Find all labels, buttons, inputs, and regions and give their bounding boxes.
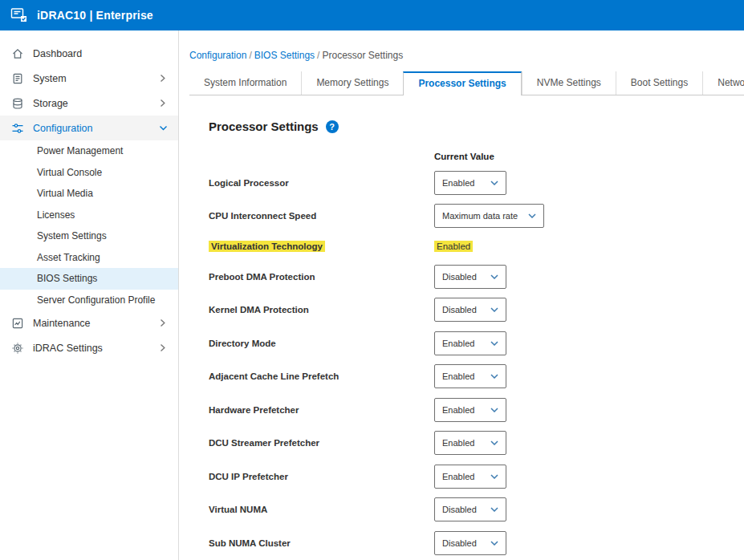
top-bar: iDRAC10 | Enterprise [0,0,744,30]
setting-row-adjacent-cache-line-prefetch: Adjacent Cache Line PrefetchEnabled [209,360,744,394]
setting-label: CPU Interconnect Speed [209,211,434,221]
sidebar-item-label: Licenses [37,209,75,221]
chevron-down-icon [490,507,498,512]
sidebar-item-label: Power Management [37,145,123,156]
tab-system-information[interactable]: System Information [189,71,301,95]
processor-settings-panel: Processor Settings ? Current Value Logic… [189,95,744,560]
sidebar-item-dashboard[interactable]: Dashboard [0,41,178,66]
chevron-right-icon [159,343,169,353]
sidebar-item-label: Server Configuration Profile [37,294,155,306]
chevron-right-icon [159,319,169,328]
chevron-down-icon [490,374,498,379]
sidebar-item-label: Asset Tracking [37,252,100,263]
cpu-interconnect-speed-select[interactable]: Maximum data rate [434,204,544,228]
home-icon [11,47,24,60]
setting-row-dcu-ip-prefetcher: DCU IP PrefetcherEnabled [209,460,744,493]
tab-nvme-settings[interactable]: NVMe Settings [522,71,616,95]
dcu-ip-prefetcher-select[interactable]: Enabled [434,465,506,489]
chevron-right-icon [159,99,169,108]
setting-value: Enabled [434,241,473,252]
sidebar-item-configuration[interactable]: Configuration [0,116,178,140]
breadcrumb-processor-settings: Processor Settings [322,50,403,61]
help-icon[interactable]: ? [326,120,339,133]
configuration-icon [11,122,24,135]
sidebar-item-label: Storage [33,98,150,109]
sidebar-item-server-configuration-profile[interactable]: Server Configuration Profile [0,290,178,311]
sidebar-item-maintenance[interactable]: Maintenance [0,310,178,335]
tab-memory-settings[interactable]: Memory Settings [301,71,403,95]
setting-label: Virtual NUMA [209,505,434,514]
sub-numa-cluster-select[interactable]: Disabled [434,531,506,555]
chevron-down-icon [490,440,498,445]
select-value: Disabled [442,305,477,314]
sidebar-item-bios-settings[interactable]: BIOS Settings [0,268,178,290]
setting-row-sub-numa-cluster: Sub NUMA ClusterDisabled [209,526,744,560]
setting-label: Sub NUMA Cluster [209,538,434,548]
chevron-down-icon [490,541,498,546]
sidebar-item-system-settings[interactable]: System Settings [0,225,178,247]
hardware-prefetcher-select[interactable]: Enabled [434,398,506,422]
idrac-settings-icon [11,342,24,355]
sidebar-item-licenses[interactable]: Licenses [0,205,178,226]
setting-label: Hardware Prefetcher [209,405,434,415]
setting-label: DCU IP Prefetcher [209,472,434,481]
app-title: iDRAC10 | Enterprise [37,9,153,22]
sidebar-item-power-management[interactable]: Power Management [0,140,178,162]
sidebar-item-label: Dashboard [33,48,169,59]
chevron-down-icon [490,274,498,279]
sidebar: DashboardSystemStorageConfigurationPower… [0,30,179,560]
sidebar-item-system[interactable]: System [0,66,178,91]
breadcrumb-bios-settings[interactable]: BIOS Settings [254,50,315,61]
sidebar-item-asset-tracking[interactable]: Asset Tracking [0,247,178,269]
setting-label: Preboot DMA Protection [209,272,434,282]
setting-row-virtualization-technology: Virtualization TechnologyEnabled [209,233,744,260]
setting-row-preboot-dma-protection: Preboot DMA ProtectionDisabled [209,260,744,294]
sidebar-item-label: BIOS Settings [37,273,97,284]
sidebar-item-label: System Settings [37,230,107,241]
sidebar-item-label: Virtual Console [37,167,102,178]
virtual-numa-select[interactable]: Disabled [434,497,506,521]
settings-rows: Logical ProcessorEnabledCPU Interconnect… [209,166,744,560]
page-title: Processor Settings [209,120,319,133]
logical-processor-select[interactable]: Enabled [434,171,506,195]
chevron-right-icon [159,74,169,83]
directory-mode-select[interactable]: Enabled [434,331,506,355]
system-icon [11,72,24,85]
sidebar-item-label: iDRAC Settings [33,343,150,354]
tab-boot-settings[interactable]: Boot Settings [616,71,702,95]
sidebar-item-virtual-media[interactable]: Virtual Media [0,183,178,205]
highlight-mark: Virtualization Technology [209,241,325,252]
tab-bar: System InformationMemory SettingsProcess… [189,71,744,95]
chevron-down-icon [490,341,498,346]
setting-row-logical-processor: Logical ProcessorEnabled [209,166,744,200]
breadcrumb-configuration[interactable]: Configuration [189,50,246,61]
select-value: Enabled [442,472,474,481]
chevron-down-icon [528,213,536,218]
tab-processor-settings[interactable]: Processor Settings [403,71,521,95]
sidebar-item-virtual-console[interactable]: Virtual Console [0,162,178,184]
select-value: Disabled [442,505,477,514]
adjacent-cache-line-prefetch-select[interactable]: Enabled [434,364,506,388]
preboot-dma-protection-select[interactable]: Disabled [434,265,506,289]
chevron-down-icon [490,474,498,479]
setting-row-virtual-numa: Virtual NUMADisabled [209,493,744,527]
kernel-dma-protection-select[interactable]: Disabled [434,298,506,322]
setting-label: Directory Mode [209,339,434,348]
setting-label: Adjacent Cache Line Prefetch [209,371,434,381]
sidebar-item-idrac-settings[interactable]: iDRAC Settings [0,335,178,360]
sidebar-item-storage[interactable]: Storage [0,91,178,116]
setting-row-hardware-prefetcher: Hardware PrefetcherEnabled [209,393,744,427]
idrac-logo-icon [10,6,29,24]
chevron-down-icon [490,307,498,312]
chevron-down-icon [159,124,169,133]
select-value: Disabled [442,272,477,282]
select-value: Enabled [442,339,474,348]
tab-network-set[interactable]: Network Set [702,71,744,95]
storage-icon [11,97,24,110]
sidebar-item-label: System [33,73,150,84]
select-value: Enabled [442,438,474,448]
dcu-streamer-prefetcher-select[interactable]: Enabled [434,431,506,455]
sidebar-item-label: Maintenance [33,318,150,329]
select-value: Enabled [442,371,474,381]
maintenance-icon [11,317,24,330]
